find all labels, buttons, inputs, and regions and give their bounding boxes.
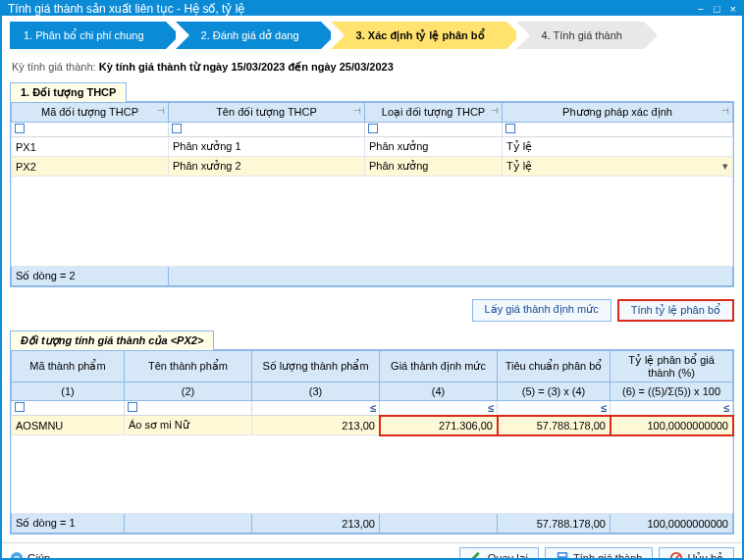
back-button[interactable]: Quay lại (459, 547, 539, 560)
step-2[interactable]: 2. Đánh giá dở dang (176, 22, 321, 49)
window-title: Tính giá thành sản xuất liên tục - Hệ số… (8, 2, 244, 16)
filter2-sl[interactable]: ≤ (252, 401, 380, 416)
pin-icon[interactable]: ⊣ (353, 106, 361, 116)
table-row[interactable]: AOSMNU Áo sơ mi Nữ 213,00 271.306,00 57.… (12, 416, 733, 435)
filter2-ten[interactable] (125, 401, 252, 416)
col-ma[interactable]: Mã đối tượng THCP⊣ (12, 103, 169, 123)
svg-rect-3 (559, 554, 566, 557)
col2-ma[interactable]: Mã thành phẩm (12, 351, 125, 382)
restore-icon[interactable]: □ (714, 3, 720, 15)
period-label: Kỳ tính giá thành: (12, 61, 96, 73)
col2-gt[interactable]: Giá thành định mức (380, 351, 498, 382)
table-row[interactable]: PX1 Phân xưởng 1 Phân xưởng Tỷ lệ (12, 137, 733, 157)
titlebar: Tính giá thành sản xuất liên tục - Hệ số… (2, 2, 742, 16)
minimize-icon[interactable]: − (697, 3, 703, 15)
svg-point-10 (671, 553, 682, 560)
pp-select[interactable]: Tỷ lệ▾ (503, 157, 733, 177)
grid-empty (12, 177, 733, 267)
arrow-left-icon (470, 551, 484, 560)
cancel-icon (669, 551, 683, 560)
filter2-tl[interactable]: ≤ (611, 401, 733, 416)
filter-icon (505, 124, 515, 133)
filter-pp[interactable] (503, 123, 733, 137)
svg-line-11 (673, 555, 680, 561)
filter-ten[interactable] (169, 123, 365, 137)
filter-ma[interactable] (12, 123, 169, 137)
grid2-empty (12, 435, 733, 514)
svg-text:?: ? (14, 553, 20, 561)
step-3[interactable]: 3. Xác định tỷ lệ phân bổ (331, 22, 506, 49)
grid-thcp: Mã đối tượng THCP⊣ Tên đối tượng THCP⊣ L… (10, 101, 734, 287)
pin-icon[interactable]: ⊣ (491, 106, 499, 116)
col-loai[interactable]: Loại đối tượng THCP⊣ (365, 103, 503, 123)
table-row[interactable]: PX2 Phân xưởng 2 Phân xưởng Tỷ lệ▾ (12, 157, 733, 177)
col2-sl[interactable]: Số lượng thành phẩm (252, 351, 380, 382)
help-link[interactable]: ? Giúp (10, 551, 50, 560)
period-row: Kỳ tính giá thành: Kỳ tính giá thành từ … (10, 55, 734, 76)
grid1-footer: Số dòng = 2 (12, 267, 169, 286)
section2-tab[interactable]: Đối tượng tính giá thành của <PX2> (10, 331, 214, 350)
step-4[interactable]: 4. Tính giá thành (516, 22, 644, 49)
col2-tl[interactable]: Tỷ lệ phân bổ giá thành (%) (611, 351, 733, 382)
col2-ten[interactable]: Tên thành phẩm (125, 351, 252, 382)
filter-icon (128, 402, 137, 412)
svg-point-5 (561, 558, 563, 560)
filter-icon (368, 124, 378, 133)
svg-point-6 (564, 558, 566, 560)
filter-icon (15, 402, 25, 412)
calculator-icon (556, 551, 569, 560)
filter2-gt[interactable]: ≤ (380, 401, 498, 416)
pin-icon[interactable]: ⊣ (157, 106, 165, 116)
chevron-down-icon: ▾ (722, 160, 728, 173)
section1-tab[interactable]: 1. Đối tượng THCP (10, 82, 127, 102)
cancel-button[interactable]: Hủy bỏ (659, 547, 734, 560)
tinh-ty-le-button[interactable]: Tính tỷ lệ phân bổ (617, 299, 734, 322)
filter-icon (15, 124, 25, 133)
col-ten[interactable]: Tên đối tượng THCP⊣ (169, 103, 365, 123)
filter-loai[interactable] (365, 123, 503, 137)
period-value: Kỳ tính giá thành từ ngày 15/03/2023 đến… (99, 61, 394, 73)
pin-icon[interactable]: ⊣ (721, 106, 729, 116)
filter-icon (172, 124, 182, 133)
svg-point-4 (559, 558, 561, 560)
step-1[interactable]: 1. Phân bổ chi phí chung (10, 22, 166, 49)
col2-tc[interactable]: Tiêu chuẩn phân bổ (498, 351, 611, 382)
help-icon: ? (10, 551, 24, 560)
grid2-footer-label: Số dòng = 1 (12, 514, 125, 534)
step-nav: 1. Phân bổ chi phí chung 2. Đánh giá dở … (10, 22, 734, 49)
filter2-ma[interactable] (12, 401, 125, 416)
close-icon[interactable]: × (730, 3, 736, 15)
filter2-tc[interactable]: ≤ (498, 401, 611, 416)
col-pp[interactable]: Phương pháp xác định⊣ (503, 103, 733, 123)
calc-button[interactable]: Tính giá thành (545, 547, 653, 560)
window-controls: − □ × (697, 3, 736, 15)
lay-gia-button[interactable]: Lấy giá thành định mức (472, 299, 611, 322)
